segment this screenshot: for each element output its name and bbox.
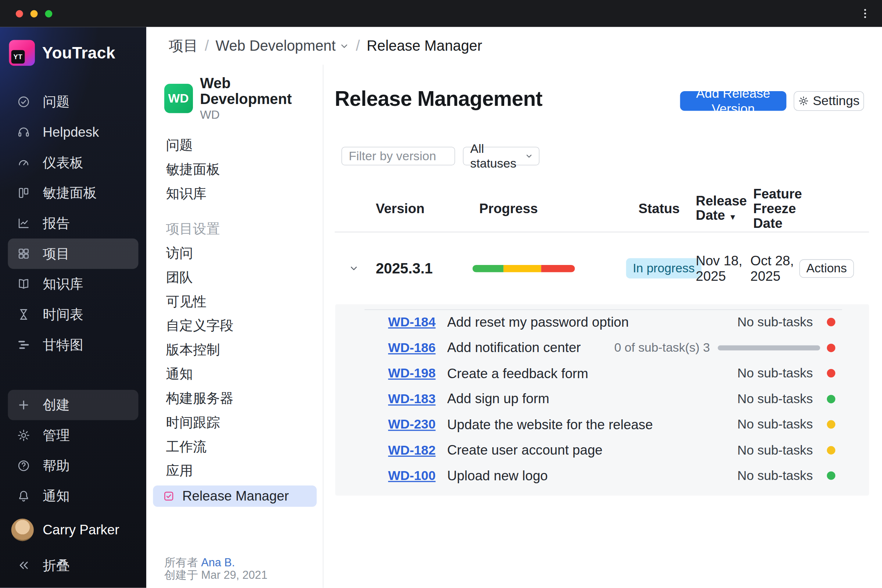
task-row: WD-183 Add sign up form No sub-tasks xyxy=(335,386,869,412)
project-nav-issues[interactable]: 问题 xyxy=(146,133,323,157)
sidebar-item-create[interactable]: 创建 xyxy=(8,390,138,420)
sidebar-item-notifications[interactable]: 通知 xyxy=(0,481,146,512)
sidebar-item-label: 时间表 xyxy=(43,305,83,323)
subtask-progress-label: 0 of sub-task(s) 3 xyxy=(615,340,710,355)
issue-link[interactable]: WD-230 xyxy=(388,417,435,432)
close-button[interactable] xyxy=(16,10,23,17)
sidebar-item-reports[interactable]: 报告 xyxy=(0,208,146,238)
user-name: Carry Parker xyxy=(43,522,119,538)
sidebar-item-timesheets[interactable]: 时间表 xyxy=(0,299,146,330)
issue-link[interactable]: WD-183 xyxy=(388,392,435,406)
settings-nav-apps[interactable]: 应用 xyxy=(146,458,323,483)
subtasks-label: No sub-tasks xyxy=(737,442,813,458)
issue-link[interactable]: WD-100 xyxy=(388,468,435,483)
status-dot xyxy=(827,369,836,377)
zoom-button[interactable] xyxy=(45,10,52,17)
created-label: 创建于 xyxy=(164,569,198,581)
app-logo[interactable]: YT YouTrack xyxy=(9,39,146,66)
issue-title: Add notification center xyxy=(447,340,615,356)
sidebar-item-help[interactable]: 帮助 xyxy=(0,450,146,481)
settings-nav-time-tracking[interactable]: 时间跟踪 xyxy=(146,410,323,434)
issue-id-link: WD-183 xyxy=(388,392,447,406)
table-header-row: Version Progress Status Release Date ▼ F… xyxy=(335,186,869,232)
status-dot xyxy=(827,344,836,352)
brand-name: YouTrack xyxy=(42,44,116,63)
chevron-down-icon xyxy=(525,152,533,160)
app-window: YT YouTrack 问题 Helpdesk 仪表板 敏捷面板 xyxy=(0,0,882,588)
release-status-cell: In progress xyxy=(624,258,689,279)
sidebar-item-dashboards[interactable]: 仪表板 xyxy=(0,147,146,178)
user-menu[interactable]: Carry Parker xyxy=(0,515,146,545)
settings-nav-version-control[interactable]: 版本控制 xyxy=(146,338,323,362)
column-header-progress: Progress xyxy=(472,201,624,216)
sidebar-item-projects[interactable]: 项目 xyxy=(8,238,138,269)
status-filter-dropdown[interactable]: All statuses xyxy=(463,147,540,165)
grid-icon xyxy=(17,247,30,261)
sidebar-item-label: 甘特图 xyxy=(43,336,83,354)
issue-link[interactable]: WD-186 xyxy=(388,340,435,355)
status-dot xyxy=(827,446,836,454)
settings-nav-release-manager[interactable]: Release Manager xyxy=(153,486,316,507)
sidebar-item-label: 项目 xyxy=(43,245,69,263)
issue-link[interactable]: WD-182 xyxy=(388,442,435,457)
release-version-number: 2025.3.1 xyxy=(364,260,472,277)
breadcrumb-projects[interactable]: 项目 xyxy=(169,36,198,56)
column-header-release-date[interactable]: Release Date ▼ xyxy=(689,193,748,224)
breadcrumb-project[interactable]: Web Development xyxy=(216,37,349,54)
sidebar-item-label: 敏捷面板 xyxy=(43,184,97,202)
minimize-button[interactable] xyxy=(30,10,38,17)
settings-nav-custom-fields[interactable]: 自定义字段 xyxy=(146,314,323,338)
settings-nav-notifications[interactable]: 通知 xyxy=(146,362,323,386)
sidebar-item-label: 通知 xyxy=(43,487,69,506)
subtasks-label: No sub-tasks xyxy=(737,392,813,406)
sidebar-nav: 问题 Helpdesk 仪表板 敏捷面板 报告 项目 xyxy=(0,87,146,580)
issue-title: Create a feedback form xyxy=(447,366,737,381)
sidebar-collapse-button[interactable]: 折叠 xyxy=(0,550,146,580)
issue-title: Add sign up form xyxy=(447,391,737,407)
task-row: WD-198 Create a feedback form No sub-tas… xyxy=(335,360,869,386)
settings-nav-workflows[interactable]: 工作流 xyxy=(146,434,323,459)
chart-icon xyxy=(17,216,30,230)
sidebar-item-label: 仪表板 xyxy=(43,154,83,172)
issue-title: Create user account page xyxy=(447,442,737,458)
filter-by-version-input[interactable] xyxy=(341,147,455,165)
task-subtable: WD-184 Add reset my password option No s… xyxy=(335,304,869,495)
window-titlebar xyxy=(0,0,882,27)
project-nav-agile-boards[interactable]: 敏捷面板 xyxy=(146,157,323,181)
owner-label: 所有者 xyxy=(164,556,198,569)
issue-id-link: WD-198 xyxy=(388,366,447,381)
help-icon xyxy=(17,459,30,472)
sidebar-item-helpdesk[interactable]: Helpdesk xyxy=(0,117,146,147)
settings-button[interactable]: Settings xyxy=(794,91,864,111)
actions-button[interactable]: Actions xyxy=(800,259,854,278)
gauge-icon xyxy=(17,156,30,170)
settings-nav-build-servers[interactable]: 构建服务器 xyxy=(146,386,323,410)
settings-nav-access[interactable]: 访问 xyxy=(146,241,323,265)
sidebar-item-agile-boards[interactable]: 敏捷面板 xyxy=(0,178,146,208)
sidebar-item-label: 问题 xyxy=(43,93,69,111)
logo-monogram: YT xyxy=(11,50,25,64)
task-row: WD-186 Add notification center 0 of sub-… xyxy=(335,335,869,360)
add-release-version-button[interactable]: Add Release Version xyxy=(680,91,786,111)
sidebar-item-administration[interactable]: 管理 xyxy=(0,420,146,450)
issue-link[interactable]: WD-198 xyxy=(388,366,435,380)
issue-link[interactable]: WD-184 xyxy=(388,315,435,329)
settings-nav-visibility[interactable]: 可见性 xyxy=(146,289,323,314)
sidebar-item-gantt[interactable]: 甘特图 xyxy=(0,330,146,360)
subtasks-label: No sub-tasks xyxy=(737,417,813,432)
sidebar-item-knowledge-base[interactable]: 知识库 xyxy=(0,269,146,300)
page-title: Release Management xyxy=(335,87,542,111)
project-nav-knowledge-base[interactable]: 知识库 xyxy=(146,181,323,206)
project-settings-nav: 访问 团队 可见性 自定义字段 版本控制 通知 构建服务器 时间跟踪 工作流 应… xyxy=(146,241,323,483)
settings-nav-team[interactable]: 团队 xyxy=(146,265,323,289)
subtasks-label: No sub-tasks xyxy=(737,366,813,381)
owner-link[interactable]: Ana B. xyxy=(201,556,235,569)
subtasks-label: No sub-tasks xyxy=(737,468,813,483)
sidebar-item-label: 报告 xyxy=(43,214,69,232)
expand-collapse-button[interactable] xyxy=(335,263,364,273)
breadcrumb-separator: / xyxy=(205,37,209,54)
kebab-menu-icon[interactable] xyxy=(858,7,872,20)
sidebar-item-label: Helpdesk xyxy=(43,124,99,140)
progress-segment-green xyxy=(472,265,504,272)
sidebar-item-issues[interactable]: 问题 xyxy=(0,87,146,117)
